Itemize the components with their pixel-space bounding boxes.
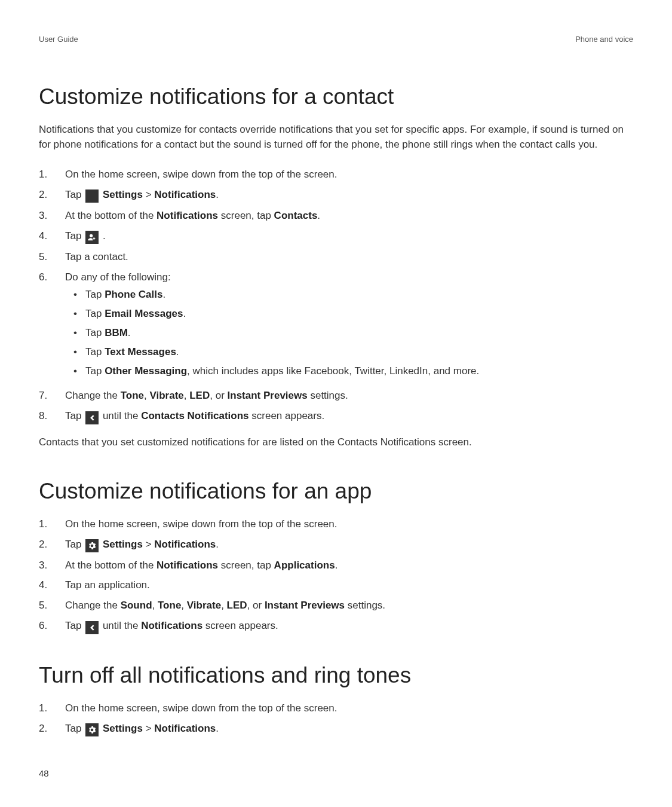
step-text: Tap Settings > Notifications. [65, 537, 633, 552]
step-text: Tap a contact. [65, 250, 633, 264]
step-text: Tap Settings > Notifications. [65, 188, 633, 203]
list-item: Tap Other Messaging, which includes apps… [65, 364, 633, 378]
step-text: On the home screen, swipe down from the … [65, 701, 633, 716]
list-item: Tap Phone Calls. [65, 288, 633, 302]
add-contact-icon [85, 231, 99, 244]
heading-customize-contact: Customize notifications for a contact [39, 84, 633, 109]
steps-list-3: 1. On the home screen, swipe down from t… [39, 701, 633, 736]
step-number: 2. [39, 537, 65, 552]
step-text: Tap Settings > Notifications. [65, 722, 633, 736]
intro-paragraph: Notifications that you customize for con… [39, 123, 633, 152]
heading-turn-off: Turn off all notifications and ring tone… [39, 663, 633, 688]
step-text: Tap until the Contacts Notifications scr… [65, 409, 633, 424]
page-header: User Guide Phone and voice [39, 35, 633, 44]
step-text: Change the Sound, Tone, Vibrate, LED, or… [65, 598, 633, 613]
list-item: Tap Text Messages. [65, 345, 633, 359]
step-number: 4. [39, 578, 65, 592]
step-number: 3. [39, 558, 65, 573]
step-text: At the bottom of the Notifications scree… [65, 558, 633, 573]
back-icon [85, 621, 99, 634]
steps-list-2: 1. On the home screen, swipe down from t… [39, 517, 633, 634]
step-number: 1. [39, 517, 65, 531]
list-item: Tap Email Messages. [65, 307, 633, 321]
footnote: Contacts that you set customized notific… [39, 435, 633, 450]
list-item: Tap BBM. [65, 326, 633, 340]
header-right: Phone and voice [575, 35, 633, 44]
header-left: User Guide [39, 35, 78, 44]
step-number: 2. [39, 722, 65, 736]
step-number: 1. [39, 701, 65, 716]
steps-list-1: 1. On the home screen, swipe down from t… [39, 167, 633, 424]
step-text: Do any of the following: Tap Phone Calls… [65, 270, 633, 383]
step-text: At the bottom of the Notifications scree… [65, 209, 633, 223]
step-number: 8. [39, 409, 65, 423]
gear-icon [85, 723, 99, 736]
step-text: On the home screen, swipe down from the … [65, 517, 633, 531]
step-text: Tap an application. [65, 578, 633, 592]
step-text: On the home screen, swipe down from the … [65, 167, 633, 182]
gear-icon [85, 539, 99, 552]
page: User Guide Phone and voice Customize not… [0, 0, 672, 807]
step-number: 5. [39, 250, 65, 264]
step-text: Tap until the Notifications screen appea… [65, 619, 633, 634]
back-icon [85, 411, 99, 424]
sub-list: Tap Phone Calls. Tap Email Messages. Tap… [65, 288, 633, 378]
page-number: 48 [39, 768, 49, 778]
gear-icon [85, 189, 99, 203]
step-text: Change the Tone, Vibrate, LED, or Instan… [65, 389, 633, 403]
step-number: 2. [39, 188, 65, 202]
step-number: 4. [39, 229, 65, 243]
step-number: 7. [39, 389, 65, 403]
step-number: 1. [39, 167, 65, 182]
step-number: 3. [39, 209, 65, 223]
step-number: 6. [39, 619, 65, 633]
step-number: 6. [39, 270, 65, 285]
step-text: Tap . [65, 229, 633, 244]
step-number: 5. [39, 598, 65, 613]
heading-customize-app: Customize notifications for an app [39, 479, 633, 504]
